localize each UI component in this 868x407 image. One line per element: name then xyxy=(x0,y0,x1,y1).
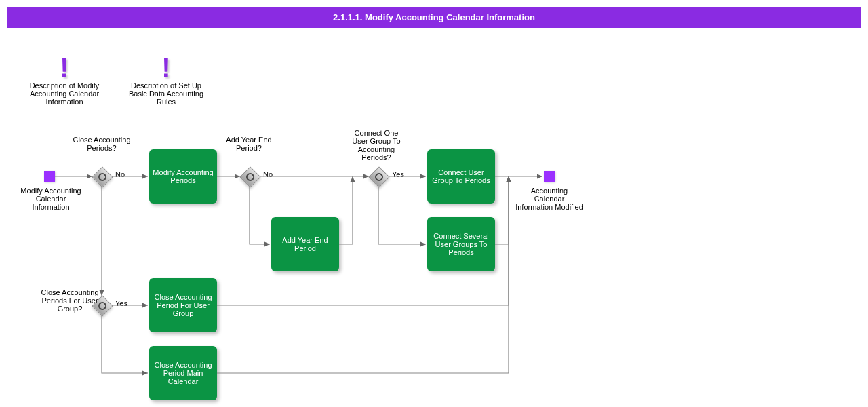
exclamation-icon: ! xyxy=(122,54,210,81)
end-event xyxy=(544,171,555,182)
task-connect-user-group: Connect User Group To Periods xyxy=(427,149,495,204)
task-connect-several-groups: Connect Several User Groups To Periods xyxy=(427,217,495,271)
info-desc-setup: ! Description of Set Up Basic Data Accou… xyxy=(122,54,210,106)
info-desc-setup-label: Description of Set Up Basic Data Account… xyxy=(122,81,210,106)
branch-g2-no: No xyxy=(263,170,273,178)
gateway-close-periods-label: Close Accounting Periods? xyxy=(71,136,132,152)
branch-g4-yes: Yes xyxy=(115,299,127,307)
branch-g3-yes: Yes xyxy=(392,170,404,178)
page-title: 2.1.1.1. Modify Accounting Calendar Info… xyxy=(7,7,861,28)
gateway-add-year-end xyxy=(239,166,260,187)
task-close-main-calendar: Close Accounting Period Main Calendar xyxy=(149,346,217,400)
gateway-connect-user-group-label: Connect One User Group To Accounting Per… xyxy=(346,129,407,161)
gateway-close-periods xyxy=(92,166,113,187)
start-event-label: Modify Accounting Calendar Information xyxy=(17,187,85,211)
gateway-connect-user-group xyxy=(368,166,389,187)
task-modify-periods: Modify Accounting Periods xyxy=(149,149,217,204)
branch-g1-no: No xyxy=(115,170,125,178)
start-event xyxy=(44,171,55,182)
gateway-close-for-user-group-label: Close Accounting Periods For User Group? xyxy=(39,288,100,313)
task-add-year-end: Add Year End Period xyxy=(271,217,339,271)
task-close-for-user-group: Close Accounting Period For User Group xyxy=(149,278,217,332)
info-desc-modify-label: Description of Modify Accounting Calenda… xyxy=(20,81,108,106)
gateway-add-year-end-label: Add Year End Period? xyxy=(218,136,279,152)
exclamation-icon: ! xyxy=(20,54,108,81)
info-desc-modify: ! Description of Modify Accounting Calen… xyxy=(20,54,108,106)
end-event-label: Accounting Calendar Information Modified xyxy=(515,187,583,211)
